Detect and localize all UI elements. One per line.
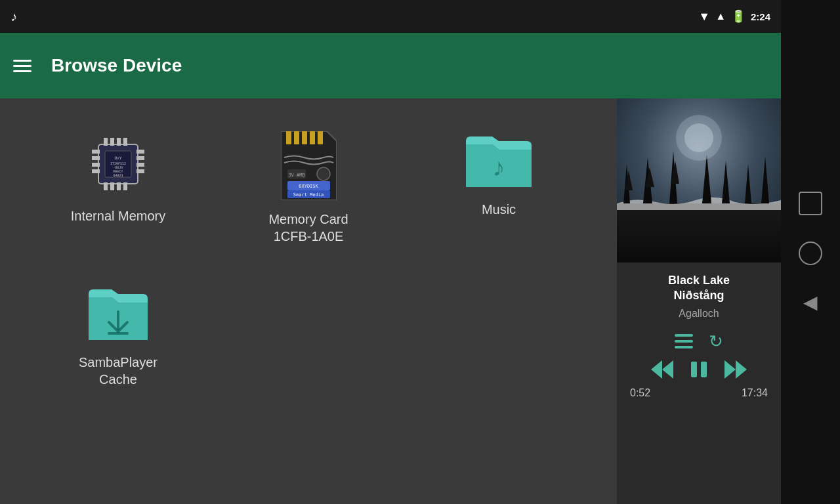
memory-card-label: Memory Card 1CFB-1A0E (268, 211, 348, 245)
svg-rect-39 (617, 203, 781, 262)
battery-icon: 🔋 (731, 9, 746, 24)
svg-rect-8 (123, 182, 127, 190)
hamburger-menu-button[interactable] (13, 60, 32, 72)
play-controls-row (625, 360, 773, 379)
svg-text:OXYDISK: OXYDISK (299, 184, 318, 189)
svg-marker-45 (662, 360, 673, 379)
track-artist: Agalloch (625, 308, 773, 320)
queue-button[interactable] (675, 334, 693, 348)
svg-rect-5 (104, 182, 108, 190)
svg-rect-14 (136, 156, 144, 160)
status-right: ▼ ▲ 🔋 2:24 (698, 9, 770, 24)
samba-cache-label: SambaPlayer Cache (79, 354, 158, 388)
svg-rect-48 (701, 362, 707, 377)
repeat-button[interactable]: ↻ (709, 331, 723, 352)
music-folder-icon: ♪ (463, 131, 535, 193)
internal-memory-label: Internal Memory (71, 207, 166, 224)
music-label: Music (482, 201, 516, 218)
fast-forward-button[interactable] (724, 360, 747, 379)
svg-text:04023: 04023 (113, 173, 123, 177)
svg-rect-16 (136, 169, 144, 173)
svg-point-30 (317, 167, 330, 180)
player-controls: ↻ (617, 325, 781, 406)
svg-text:♪: ♪ (493, 154, 505, 181)
svg-rect-13 (136, 150, 144, 154)
svg-rect-47 (691, 362, 697, 377)
download-folder-icon (85, 284, 151, 346)
svg-rect-9 (92, 150, 100, 154)
svg-rect-42 (675, 334, 693, 337)
home-button[interactable] (799, 242, 822, 265)
svg-rect-10 (92, 156, 100, 160)
main-area: ♪ ▼ ▲ 🔋 2:24 Browse Device (0, 0, 781, 504)
svg-rect-24 (294, 131, 299, 144)
pause-button[interactable] (689, 360, 709, 379)
content-area: OxY IT29F512 -80JV MHVCf 04023 Internal … (0, 98, 781, 504)
svg-rect-11 (92, 163, 100, 167)
wifi-icon: ▼ (698, 10, 710, 24)
svg-rect-26 (310, 131, 315, 144)
svg-text:Smart Media: Smart Media (293, 192, 323, 198)
track-info: Black Lake Niðstång Agalloch (617, 262, 781, 325)
svg-rect-44 (675, 346, 693, 348)
svg-rect-3 (117, 138, 121, 146)
svg-rect-23 (286, 131, 291, 144)
svg-rect-7 (117, 182, 121, 190)
svg-rect-1 (104, 138, 108, 146)
back-button[interactable]: ◀ (803, 291, 818, 313)
secondary-controls-row: ↻ (625, 331, 773, 352)
top-bar: Browse Device (0, 33, 781, 98)
svg-rect-12 (92, 169, 100, 173)
time-row: 0:52 17:34 (625, 387, 773, 399)
svg-point-41 (684, 123, 713, 152)
svg-rect-6 (110, 182, 114, 190)
svg-rect-43 (675, 340, 693, 343)
rewind-button[interactable] (651, 360, 673, 379)
svg-text:3V #MB: 3V #MB (288, 173, 304, 178)
current-time: 0:52 (630, 387, 650, 399)
album-art[interactable] (617, 98, 781, 262)
track-title: Black Lake Niðstång (625, 273, 773, 304)
svg-text:OxY: OxY (115, 156, 122, 160)
sdcard-icon: 3V #MB OXYDISK Smart Media (281, 131, 337, 203)
svg-rect-25 (302, 131, 307, 144)
browse-grid: OxY IT29F512 -80JV MHVCf 04023 Internal … (0, 98, 617, 504)
svg-rect-4 (123, 138, 127, 146)
browse-item-memory-card[interactable]: 3V #MB OXYDISK Smart Media Memory Card 1… (217, 118, 400, 258)
browse-item-music[interactable]: ♪ Music (407, 118, 591, 258)
status-bar: ♪ ▼ ▲ 🔋 2:24 (0, 0, 781, 33)
svg-rect-27 (318, 131, 323, 144)
browse-item-internal-memory[interactable]: OxY IT29F512 -80JV MHVCf 04023 Internal … (26, 118, 210, 258)
music-note-icon: ♪ (10, 9, 17, 24)
status-time: 2:24 (751, 11, 770, 22)
browse-item-samba-cache[interactable]: SambaPlayer Cache (26, 271, 210, 401)
svg-marker-49 (724, 360, 736, 379)
signal-icon: ▲ (715, 10, 726, 22)
page-title: Browse Device (51, 55, 182, 76)
svg-marker-50 (736, 360, 747, 379)
right-nav-bar: ◀ (781, 0, 840, 504)
recent-apps-button[interactable] (799, 192, 822, 215)
status-left: ♪ (10, 9, 17, 24)
total-time: 17:34 (742, 387, 768, 399)
player-panel: Black Lake Niðstång Agalloch (617, 98, 781, 504)
svg-marker-46 (651, 360, 662, 379)
chip-icon: OxY IT29F512 -80JV MHVCf 04023 (85, 131, 151, 200)
svg-rect-15 (136, 163, 144, 167)
svg-rect-2 (110, 138, 114, 146)
